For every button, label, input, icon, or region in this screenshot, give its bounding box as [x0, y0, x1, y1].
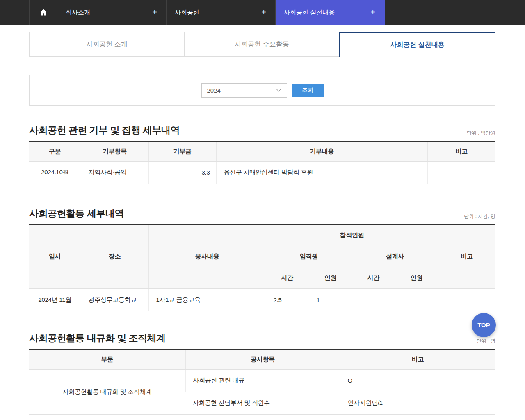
table-cell [438, 289, 495, 311]
donation-table: 구분 기부항목 기부금 기부내용 비고 2024.10월 지역사회·공익 3.3… [29, 141, 495, 184]
column-header: 봉사내용 [148, 225, 266, 289]
plus-icon[interactable]: + [370, 8, 375, 16]
section-title: 사회공헌 관련 기부 및 집행 세부내역 [29, 124, 180, 137]
column-header-group: 설계사 [352, 246, 438, 267]
column-header: 인원 [395, 267, 438, 289]
column-header: 시간 [352, 267, 395, 289]
nav-item-social-contribution[interactable]: 사회공헌 + [167, 0, 276, 25]
table-cell [395, 289, 438, 311]
column-header: 부문 [29, 349, 185, 369]
table-cell: 지역사회·공익 [81, 161, 148, 184]
column-header: 비고 [427, 142, 495, 161]
table-cell: 사회공헌활동 내규화 및 조직체계 [29, 369, 185, 414]
year-select[interactable]: 2024 [201, 83, 287, 98]
tab-label: 사회공헌 실천내용 [390, 41, 444, 49]
home-icon [39, 8, 48, 16]
column-header: 구분 [29, 142, 81, 161]
table-cell: 2024.10월 [29, 161, 81, 184]
table-header-row: 구분 기부항목 기부금 기부내용 비고 [29, 142, 495, 161]
donation-section: 사회공헌 관련 기부 및 집행 세부내역 단위 : 백만원 구분 기부항목 기부… [29, 124, 495, 184]
top-navigation: 회사소개 + 사회공헌 + 사회공헌 실천내용 + [0, 0, 525, 25]
table-header-row: 일시 장소 봉사내용 참석인원 비고 [29, 225, 495, 246]
page-content: 사회공헌 소개 사회공헌 주요활동 사회공헌 실천내용 2024 조회 사회공헌… [29, 32, 495, 415]
plus-icon[interactable]: + [152, 8, 157, 16]
column-header: 비고 [438, 225, 495, 289]
column-header-group: 참석인원 [266, 225, 438, 246]
column-header: 시간 [266, 267, 309, 289]
table-cell: 사회공헌 전담부서 및 직원수 [185, 392, 340, 414]
tab-main-activities[interactable]: 사회공헌 주요활동 [184, 32, 339, 57]
nav-item-label: 사회공헌 [175, 9, 199, 16]
table-cell: 광주상무고등학교 [81, 289, 148, 311]
tab-intro[interactable]: 사회공헌 소개 [29, 32, 184, 57]
nav-item-company-intro[interactable]: 회사소개 + [57, 0, 167, 25]
home-button[interactable] [29, 0, 57, 25]
chevron-down-icon [276, 89, 281, 92]
plus-icon[interactable]: + [261, 8, 266, 16]
table-cell: 1 [309, 289, 352, 311]
column-header: 기부내용 [216, 142, 427, 161]
nav-item-label: 회사소개 [66, 9, 90, 16]
activity-table: 일시 장소 봉사내용 참석인원 비고 임직원 설계사 시간 인원 시간 인원 [29, 224, 495, 312]
tab-bar: 사회공헌 소개 사회공헌 주요활동 사회공헌 실천내용 [29, 32, 495, 57]
unit-label: 단위 : 명 [477, 338, 495, 345]
table-row: 사회공헌활동 내규화 및 조직체계 사회공헌 관련 내규 O [29, 369, 495, 392]
table-cell: 인사지원팀/1 [340, 392, 495, 414]
tab-label: 사회공헌 소개 [86, 40, 127, 49]
tab-label: 사회공헌 주요활동 [235, 40, 289, 49]
column-header: 기부금 [148, 142, 216, 161]
table-header-row: 부문 공시항목 비고 [29, 349, 495, 369]
table-cell [352, 289, 395, 311]
table-cell: 3.3 [148, 161, 216, 184]
unit-label: 단위 : 백만원 [467, 130, 495, 137]
column-header: 비고 [340, 349, 495, 369]
filter-box: 2024 조회 [29, 75, 495, 106]
organization-section: 사회공헌활동 내규화 및 조직체계 단위 : 명 부문 공시항목 비고 사회공헌… [29, 332, 495, 415]
column-header-group: 임직원 [266, 246, 352, 267]
table-row: 2024.10월 지역사회·공익 3.3 용산구 치매안심센터 박람회 후원 [29, 161, 495, 184]
table-cell: 용산구 치매안심센터 박람회 후원 [216, 161, 427, 184]
table-cell [427, 161, 495, 184]
column-header: 공시항목 [185, 349, 340, 369]
table-cell: 1사1교 금융교육 [148, 289, 266, 311]
table-cell: 사회공헌 관련 내규 [185, 369, 340, 392]
table-cell: 2.5 [266, 289, 309, 311]
year-select-value: 2024 [207, 87, 221, 94]
activity-section: 사회공헌활동 세부내역 단위 : 시간, 명 일시 장소 봉사내용 참석인원 비… [29, 207, 495, 312]
column-header: 인원 [309, 267, 352, 289]
nav-item-practice-details[interactable]: 사회공헌 실천내용 + [276, 0, 385, 25]
column-header: 일시 [29, 225, 81, 289]
table-cell: O [340, 369, 495, 392]
column-header: 기부항목 [81, 142, 148, 161]
nav-item-label: 사회공헌 실천내용 [284, 9, 335, 16]
search-button[interactable]: 조회 [292, 84, 324, 97]
unit-label: 단위 : 시간, 명 [464, 213, 495, 220]
table-cell: 2024년 11월 [29, 289, 81, 311]
section-title: 사회공헌활동 내규화 및 조직체계 [29, 332, 166, 345]
column-header: 장소 [81, 225, 148, 289]
organization-table: 부문 공시항목 비고 사회공헌활동 내규화 및 조직체계 사회공헌 관련 내규 … [29, 349, 495, 415]
tab-practice-details[interactable]: 사회공헌 실천내용 [339, 32, 495, 57]
table-row: 2024년 11월 광주상무고등학교 1사1교 금융교육 2.5 1 [29, 289, 495, 311]
section-title: 사회공헌활동 세부내역 [29, 207, 124, 220]
scroll-to-top-button[interactable]: TOP [472, 313, 496, 337]
